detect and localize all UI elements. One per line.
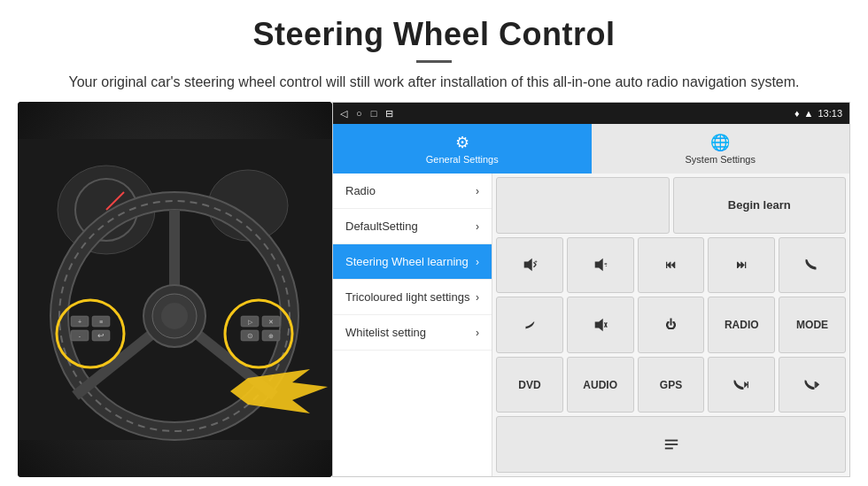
svg-marker-40 xyxy=(594,319,602,331)
empty-slot xyxy=(496,177,670,234)
begin-learn-button[interactable]: Begin learn xyxy=(673,177,847,234)
chevron-right-icon: › xyxy=(476,256,479,268)
control-grid: Begin learn + xyxy=(492,174,849,476)
menu-item-steering[interactable]: Steering Wheel learning › xyxy=(333,244,492,280)
tab-bar: ⚙ General Settings 🌐 System Settings xyxy=(333,124,849,174)
tel-next-button[interactable] xyxy=(779,357,846,413)
signal-icon: ♦ xyxy=(794,108,800,119)
svg-text:⊙: ⊙ xyxy=(247,332,253,340)
nav-recent-icon[interactable]: □ xyxy=(371,108,377,120)
page-wrapper: Steering Wheel Control Your original car… xyxy=(0,0,868,486)
mode-button[interactable]: MODE xyxy=(779,297,846,353)
nav-extra-icon[interactable]: ⊟ xyxy=(385,108,393,120)
nav-back-icon[interactable]: ◁ xyxy=(340,108,347,120)
page-title: Steering Wheel Control xyxy=(53,16,815,53)
gear-settings-icon: ⚙ xyxy=(455,133,469,152)
chevron-right-icon: › xyxy=(476,185,479,197)
next-track-button[interactable]: ⏭ xyxy=(708,237,775,294)
chevron-right-icon: › xyxy=(476,327,479,339)
control-row-4 xyxy=(496,416,846,473)
clock: 13:13 xyxy=(818,108,842,119)
svg-rect-48 xyxy=(664,444,677,445)
svg-point-13 xyxy=(161,303,188,329)
svg-rect-49 xyxy=(664,448,672,450)
photo-panel: + - ≡ ↩ ▷ ✕ ⊙ xyxy=(18,102,332,477)
title-divider xyxy=(416,60,452,63)
control-row-top: Begin learn xyxy=(496,177,846,234)
status-left: ◁ ○ □ ⊟ xyxy=(340,108,393,120)
android-panel: ◁ ○ □ ⊟ ♦ ▲ 13:13 ⚙ General Settings xyxy=(332,102,850,477)
status-right: ♦ ▲ 13:13 xyxy=(794,108,842,119)
svg-text:+: + xyxy=(78,319,81,325)
tab-system-label: System Settings xyxy=(686,154,756,165)
menu-item-radio[interactable]: Radio › xyxy=(333,174,492,209)
tab-general[interactable]: ⚙ General Settings xyxy=(333,124,592,174)
menu-item-tricoloured[interactable]: Tricoloured light settings › xyxy=(333,280,492,315)
menu-item-default[interactable]: DefaultSetting › xyxy=(333,209,492,244)
svg-text:✕: ✕ xyxy=(268,319,274,325)
control-row-2: ⏻ RADIO MODE xyxy=(496,297,846,353)
svg-marker-33 xyxy=(524,258,532,271)
tab-general-label: General Settings xyxy=(426,154,499,165)
subtitle: Your original car's steering wheel contr… xyxy=(53,72,815,93)
control-row-3: DVD AUDIO GPS xyxy=(496,357,846,413)
menu-list: Radio › DefaultSetting › Steering Wheel … xyxy=(333,174,492,476)
power-button[interactable]: ⏻ xyxy=(638,297,705,353)
svg-text:⊕: ⊕ xyxy=(268,333,274,339)
chevron-right-icon: › xyxy=(476,220,479,233)
tel-prev-button[interactable] xyxy=(708,357,775,413)
control-row-1: + - ⏮ ⏭ xyxy=(496,237,846,294)
nav-home-icon[interactable]: ○ xyxy=(356,108,362,120)
system-settings-icon: 🌐 xyxy=(710,133,730,152)
svg-rect-47 xyxy=(664,440,677,442)
wifi-icon: ▲ xyxy=(804,108,814,119)
vol-down-button[interactable]: - xyxy=(567,237,634,294)
header-section: Steering Wheel Control Your original car… xyxy=(0,0,868,102)
svg-marker-45 xyxy=(816,381,819,387)
svg-text:↩: ↩ xyxy=(97,331,105,340)
svg-text:+: + xyxy=(534,259,537,265)
chevron-right-icon: › xyxy=(476,291,479,304)
radio-mode-button[interactable]: RADIO xyxy=(708,297,775,353)
svg-line-35 xyxy=(533,265,536,267)
menu-item-whitelist[interactable]: Whitelist setting › xyxy=(333,315,492,351)
content-section: + - ≡ ↩ ▷ ✕ ⊙ xyxy=(18,102,850,477)
vol-up-button[interactable]: + xyxy=(496,237,563,294)
gps-button[interactable]: GPS xyxy=(638,357,705,413)
mute-button[interactable] xyxy=(567,297,634,353)
tab-system[interactable]: 🌐 System Settings xyxy=(592,124,850,174)
prev-track-button[interactable]: ⏮ xyxy=(638,237,705,294)
audio-button[interactable]: AUDIO xyxy=(567,357,634,413)
svg-text:≡: ≡ xyxy=(99,319,103,325)
main-content: Radio › DefaultSetting › Steering Wheel … xyxy=(333,174,849,476)
svg-marker-37 xyxy=(594,258,602,271)
hangup-button[interactable] xyxy=(496,297,563,353)
svg-text:-: - xyxy=(605,263,607,268)
status-bar: ◁ ○ □ ⊟ ♦ ▲ 13:13 xyxy=(333,103,849,124)
dvd-button[interactable]: DVD xyxy=(496,357,563,413)
steering-bg: + - ≡ ↩ ▷ ✕ ⊙ xyxy=(18,102,332,477)
list-button[interactable] xyxy=(496,416,846,473)
phone-answer-button[interactable] xyxy=(779,237,846,294)
